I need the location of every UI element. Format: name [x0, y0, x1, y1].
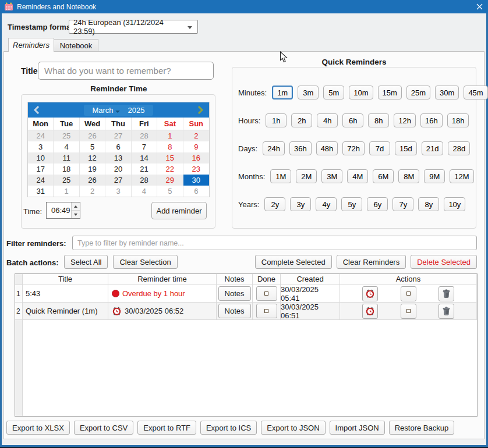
done-checkbox-button[interactable] — [256, 304, 277, 318]
reminder-title-input[interactable] — [38, 62, 214, 80]
close-button[interactable] — [471, 0, 488, 13]
tab-notebook[interactable]: Notebook — [54, 39, 98, 52]
footer-button-export-to-ics[interactable]: Export to ICS — [200, 421, 257, 435]
quick-button-18h[interactable]: 18h — [447, 113, 469, 127]
calendar-day-cell[interactable]: 1 — [54, 186, 79, 197]
time-value[interactable]: 06:49 — [47, 202, 71, 218]
notes-button[interactable]: Notes — [218, 304, 251, 318]
time-spin-buttons[interactable] — [71, 202, 80, 218]
calendar-day-cell[interactable]: 17 — [28, 163, 54, 175]
quick-button-12M[interactable]: 12M — [450, 169, 473, 183]
quick-button-45m[interactable]: 45m — [464, 86, 487, 99]
quick-button-2y[interactable]: 2y — [264, 197, 285, 211]
calendar-day-cell[interactable]: 16 — [183, 152, 209, 163]
calendar-day-cell[interactable]: 4 — [132, 186, 157, 197]
calendar-day-cell[interactable]: 24 — [28, 175, 54, 186]
quick-button-7d[interactable]: 7d — [369, 141, 390, 155]
quick-button-9M[interactable]: 9M — [424, 169, 445, 183]
calendar-day-cell[interactable]: 18 — [54, 163, 79, 175]
footer-button-import-json[interactable]: Import JSON — [330, 421, 385, 435]
quick-button-30m[interactable]: 30m — [435, 86, 459, 99]
quick-button-4M[interactable]: 4M — [347, 169, 368, 183]
calendar-day-cell[interactable]: 25 — [54, 130, 79, 141]
quick-button-12h[interactable]: 12h — [394, 113, 416, 127]
quick-button-1M[interactable]: 1M — [270, 169, 291, 183]
calendar-day-cell[interactable]: 15 — [157, 152, 183, 163]
calendar-day-cell[interactable]: 23 — [183, 163, 209, 175]
calendar-day-cell[interactable]: 28 — [132, 175, 157, 186]
calendar-day-cell[interactable]: 19 — [80, 163, 105, 175]
quick-button-4h[interactable]: 4h — [317, 113, 338, 127]
calendar-day-cell[interactable]: 4 — [54, 141, 79, 152]
calendar-day-cell[interactable]: 11 — [54, 152, 79, 163]
calendar-day-cell[interactable]: 31 — [28, 186, 54, 197]
notes-button[interactable]: Notes — [218, 286, 251, 301]
quick-button-8h[interactable]: 8h — [368, 113, 389, 127]
quick-button-5m[interactable]: 5m — [323, 86, 344, 99]
quick-button-3M[interactable]: 3M — [321, 169, 342, 183]
calendar-day-cell[interactable]: 2 — [183, 130, 209, 141]
quick-button-48h[interactable]: 48h — [316, 141, 338, 155]
quick-button-6h[interactable]: 6h — [342, 113, 363, 127]
calendar-year[interactable]: 2025 — [128, 106, 145, 115]
quick-button-6y[interactable]: 6y — [367, 197, 388, 211]
calendar-day-cell[interactable]: 12 — [80, 152, 105, 163]
spin-down-button[interactable] — [72, 211, 80, 218]
quick-button-24h[interactable]: 24h — [263, 141, 285, 155]
filter-reminders-input[interactable] — [72, 236, 477, 250]
quick-button-28d[interactable]: 28d — [448, 141, 470, 155]
calendar-day-cell[interactable]: 13 — [105, 152, 131, 163]
calendar-day-cell[interactable]: 28 — [132, 130, 157, 141]
calendar-day-cell[interactable]: 29 — [157, 175, 183, 186]
calendar-day-cell[interactable]: 22 — [157, 163, 183, 175]
quick-button-7y[interactable]: 7y — [392, 197, 413, 211]
calendar-prev-button[interactable] — [28, 102, 45, 118]
quick-button-1m[interactable]: 1m — [272, 86, 293, 99]
quick-button-6M[interactable]: 6M — [373, 169, 394, 183]
quick-button-8M[interactable]: 8M — [398, 169, 419, 183]
calendar-next-button[interactable] — [192, 102, 209, 118]
batch-button-delete-selected[interactable]: Delete Selected — [411, 255, 477, 269]
spin-up-button[interactable] — [72, 202, 80, 211]
calendar-day-cell[interactable]: 6 — [105, 141, 131, 152]
footer-button-export-to-xlsx[interactable]: Export to XLSX — [6, 421, 70, 435]
quick-button-3y[interactable]: 3y — [290, 197, 311, 211]
batch-button-select-all[interactable]: Select All — [64, 255, 108, 269]
add-reminder-button[interactable]: Add reminder — [151, 202, 207, 219]
calendar-day-cell[interactable]: 14 — [132, 152, 157, 163]
quick-button-3m[interactable]: 3m — [298, 86, 319, 99]
timestamp-format-select[interactable]: 24h European (31/12/2024 23:59) — [69, 20, 198, 34]
calendar-day-cell[interactable]: 25 — [54, 175, 79, 186]
footer-button-export-to-csv[interactable]: Export to CSV — [74, 421, 133, 435]
action-delete-button[interactable] — [439, 304, 454, 319]
calendar-month[interactable]: March — [92, 106, 113, 115]
calendar-day-cell[interactable]: 30 — [183, 175, 209, 186]
quick-button-36h[interactable]: 36h — [289, 141, 312, 155]
quick-button-2h[interactable]: 2h — [291, 113, 312, 127]
calendar-day-cell[interactable]: 27 — [105, 175, 131, 186]
done-checkbox-button[interactable] — [256, 286, 277, 301]
calendar-day-cell[interactable]: 24 — [28, 130, 54, 141]
calendar-day-cell[interactable]: 26 — [80, 175, 105, 186]
calendar-day-cell[interactable]: 10 — [28, 152, 54, 163]
quick-button-21d[interactable]: 21d — [422, 141, 444, 155]
quick-button-72h[interactable]: 72h — [342, 141, 365, 155]
table-row[interactable]: 15:43Overdue by 1 hourNotes30/03/2025 05… — [15, 285, 477, 303]
calendar-day-cell[interactable]: 7 — [132, 141, 157, 152]
footer-button-restore-backup[interactable]: Restore Backup — [389, 421, 455, 435]
quick-button-16h[interactable]: 16h — [420, 113, 443, 127]
calendar-month-year[interactable]: March 2025 — [84, 105, 153, 116]
calendar-day-cell[interactable]: 27 — [105, 130, 131, 141]
calendar-day-cell[interactable]: 6 — [183, 186, 209, 197]
calendar-day-cell[interactable]: 9 — [183, 141, 209, 152]
footer-button-export-to-json[interactable]: Export to JSON — [261, 421, 325, 435]
quick-button-10m[interactable]: 10m — [349, 86, 373, 99]
action-done-button[interactable] — [401, 304, 416, 319]
batch-button-clear-reminders[interactable]: Clear Reminders — [337, 255, 406, 269]
quick-button-10y[interactable]: 10y — [444, 197, 465, 211]
tab-reminders[interactable]: Reminders — [8, 38, 54, 52]
calendar-day-cell[interactable]: 1 — [157, 130, 183, 141]
quick-button-1h[interactable]: 1h — [266, 113, 287, 127]
quick-button-15m[interactable]: 15m — [378, 86, 402, 99]
quick-button-2M[interactable]: 2M — [296, 169, 317, 183]
